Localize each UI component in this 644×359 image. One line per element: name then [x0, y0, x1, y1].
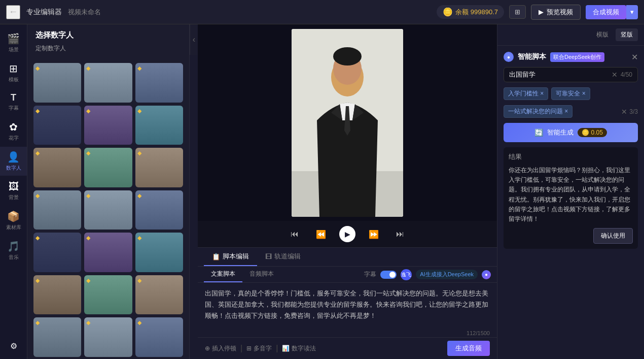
- skip-forward-button[interactable]: ⏭: [392, 226, 408, 242]
- script-title: 智能脚本: [518, 52, 546, 61]
- close-script-button[interactable]: ✕: [631, 52, 638, 62]
- diamond-icon: ◆: [137, 108, 141, 114]
- subtitle-toggle-switch[interactable]: [380, 271, 397, 279]
- number-reading-button[interactable]: 📊 数字读法: [282, 344, 316, 353]
- gen-script-button[interactable]: 🔄 智能生成 🪙 0.05: [504, 123, 638, 142]
- avatar-card-3[interactable]: ◆: [135, 63, 183, 103]
- preview-button[interactable]: ▶ 预览视频: [531, 5, 581, 20]
- avatar-card-10[interactable]: ◆: [33, 190, 81, 230]
- avatar-card-6[interactable]: ◆: [135, 106, 183, 145]
- avatar-card-1[interactable]: ◆: [33, 63, 81, 103]
- sep2: |: [276, 344, 278, 353]
- sidebar-item-background[interactable]: 🖼 背景: [0, 177, 27, 205]
- balance-label: 余额 999890.7: [455, 8, 498, 17]
- polyphonic-button[interactable]: ⊞ 多音字: [246, 344, 272, 353]
- collapse-button[interactable]: ‹: [190, 24, 198, 55]
- polyphonic-icon: ⊞: [246, 345, 252, 352]
- tags-row1: 入学门槛性 × 可靠安全 ×: [504, 87, 638, 100]
- rewind-button[interactable]: ⏪: [313, 226, 329, 242]
- avatar-card-9[interactable]: ◆: [135, 148, 183, 187]
- avatar-card-12[interactable]: ◆: [135, 190, 183, 230]
- icon-sidebar: 🎬 场景 ⊞ 模板 T 字幕 ✿ 花字 👤 数字人 🖼 背景 📦 素材库 🎵: [0, 24, 27, 359]
- sidebar-item-flowertext[interactable]: ✿ 花字: [0, 117, 27, 146]
- sidebar-item-settings[interactable]: ⚙: [10, 337, 17, 355]
- panel-subtitle: 定制数字人: [35, 44, 181, 53]
- avatar-card-16[interactable]: ◆: [33, 275, 81, 315]
- result-text: 你还在为出国留学烦恼吗？别担心，我们这里入学门槛低，可靠安全，一站式解决您的问题…: [509, 166, 633, 224]
- sidebar-item-music[interactable]: 🎵 音乐: [0, 236, 27, 265]
- play-icon: ▶: [539, 8, 544, 16]
- video-preview: [198, 24, 497, 221]
- avatar-card-19[interactable]: ◆: [33, 317, 81, 357]
- avatar-card-14[interactable]: ◆: [84, 233, 132, 272]
- avatar-card-18[interactable]: ◆: [135, 275, 183, 315]
- synthesize-dropdown-button[interactable]: ▾: [626, 5, 638, 19]
- sidebar-item-subtitle[interactable]: T 字幕: [0, 88, 27, 116]
- back-button[interactable]: ←: [6, 5, 20, 19]
- forward-button[interactable]: ⏩: [366, 226, 382, 242]
- tag-admission[interactable]: 入学门槛性 ×: [504, 87, 548, 100]
- avatar-card-17[interactable]: ◆: [84, 275, 132, 315]
- screen-button[interactable]: ⊞: [509, 5, 526, 19]
- sidebar-item-scene[interactable]: 🎬 场景: [0, 28, 27, 57]
- tab-script[interactable]: 📋 脚本编辑: [204, 248, 257, 266]
- avatar-card-7[interactable]: ◆: [33, 148, 81, 187]
- sub-tab-audio[interactable]: 音频脚本: [242, 267, 281, 282]
- svg-point-5: [333, 47, 362, 66]
- tab-landscape[interactable]: 横版: [591, 28, 614, 41]
- synthesize-button[interactable]: 合成视频: [586, 5, 626, 19]
- confirm-use-button[interactable]: 确认使用: [593, 228, 633, 244]
- avatar-card-8[interactable]: ◆: [84, 148, 132, 187]
- avatar-card-20[interactable]: ◆: [84, 317, 132, 357]
- tags-clear-button[interactable]: ✕: [621, 108, 627, 116]
- diamond-icon: ◆: [137, 192, 141, 199]
- script-input[interactable]: [509, 71, 609, 79]
- avatar-card-5[interactable]: ◆: [84, 106, 132, 145]
- settings-icon: ⚙: [10, 341, 17, 351]
- track-tab-icon: 🎞: [265, 253, 272, 260]
- script-tab-icon: 📋: [212, 253, 220, 260]
- text-area-container[interactable]: 出国留学，真的是个香饽饽！门槛低，服务可靠安全，我们一站式解决您的问题。无论您是…: [198, 283, 497, 329]
- avatar-card-2[interactable]: ◆: [84, 63, 132, 103]
- diamond-icon: ◆: [86, 65, 90, 72]
- center-area: ⏮ ⏪ ▶ ⏩ ⏭ 📋 脚本编辑 🎞 轨道编辑 文案脚本: [198, 24, 497, 359]
- avatar-card-15[interactable]: ◆: [135, 233, 183, 272]
- skip-back-button[interactable]: ⏮: [287, 226, 303, 242]
- diamond-icon: ◆: [35, 277, 40, 284]
- tab-portrait[interactable]: 竖版: [616, 28, 638, 41]
- tag-safe[interactable]: 可靠安全 ×: [551, 87, 590, 100]
- subtitle-toggle-area: 字幕 逸飞 AI生成接入DeepSeek ●: [364, 269, 491, 280]
- clear-input-button[interactable]: ✕: [612, 71, 618, 79]
- digital-icon: 👤: [7, 151, 20, 163]
- sidebar-item-template[interactable]: ⊞ 模板: [0, 58, 27, 87]
- tab-track[interactable]: 🎞 轨道编辑: [257, 248, 309, 266]
- ai-badge: AI生成接入DeepSeek: [416, 270, 478, 279]
- sidebar-item-assets[interactable]: 📦 素材库: [0, 206, 27, 235]
- play-button[interactable]: ▶: [339, 226, 355, 242]
- assets-icon: 📦: [7, 210, 20, 222]
- diamond-icon: ◆: [86, 277, 90, 284]
- insert-pause-button[interactable]: ⊕ 插入停顿: [205, 344, 236, 353]
- diamond-icon: ◆: [86, 192, 90, 199]
- avatar-card-13[interactable]: ◆: [33, 233, 81, 272]
- controls-bar: ⏮ ⏪ ▶ ⏩ ⏭: [198, 221, 497, 247]
- editor-area: 📋 脚本编辑 🎞 轨道编辑 文案脚本 音频脚本 字幕: [198, 247, 497, 359]
- subtitle-label: 字幕: [364, 270, 376, 279]
- back-icon: ←: [9, 7, 18, 17]
- sub-tab-script[interactable]: 文案脚本: [204, 267, 242, 282]
- avatar-card-4[interactable]: ◆: [33, 106, 81, 145]
- avatar-card-11[interactable]: ◆: [84, 190, 132, 230]
- gen-audio-button[interactable]: 生成音频: [447, 341, 490, 356]
- diamond-icon: ◆: [35, 150, 40, 156]
- script-panel: ● 智能脚本 联合DeepSeek创作 ✕ ✕ 4/50 入学门槛性 × 可靠安…: [497, 46, 644, 359]
- digital-person-panel: 选择数字人 定制数字人 ◆◆◆◆◆◆◆◆◆◆◆◆◆◆◆◆◆◆◆◆◆: [27, 24, 190, 359]
- avatar-grid: ◆◆◆◆◆◆◆◆◆◆◆◆◆◆◆◆◆◆◆◆◆: [27, 61, 189, 359]
- main-layout: 🎬 场景 ⊞ 模板 T 字幕 ✿ 花字 👤 数字人 🖼 背景 📦 素材库 🎵: [0, 24, 644, 359]
- text-content[interactable]: 出国留学，真的是个香饽饽！门槛低，服务可靠安全，我们一站式解决您的问题。无论您是…: [205, 288, 490, 321]
- diamond-icon: ◆: [86, 319, 90, 326]
- sidebar-item-digital[interactable]: 👤 数字人: [0, 147, 27, 176]
- app-title: 专业编辑器: [26, 8, 62, 17]
- tag-oneStop[interactable]: 一站式解决您的问题 ×: [504, 105, 573, 118]
- synthesize-label: 合成视频: [593, 8, 619, 17]
- avatar-card-21[interactable]: ◆: [135, 317, 183, 357]
